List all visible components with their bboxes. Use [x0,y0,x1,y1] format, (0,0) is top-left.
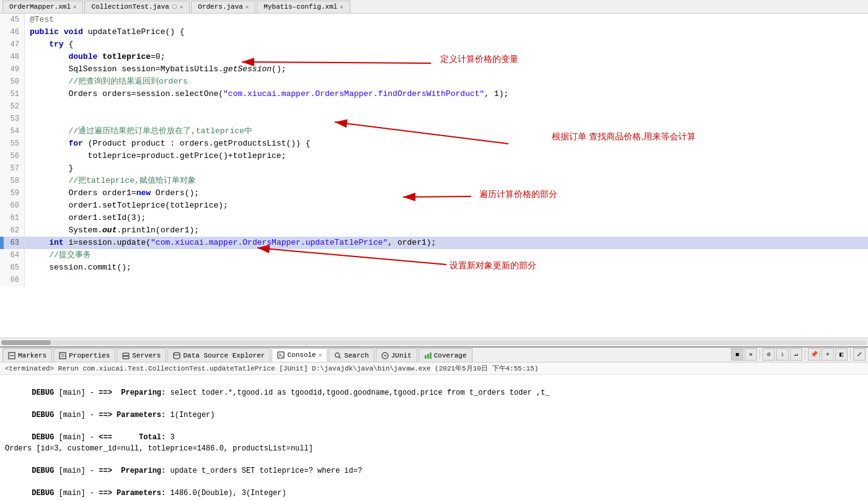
line-number: 64 [0,249,25,261]
stop-button[interactable]: ■ [731,348,743,361]
bottom-panel: Markers Properties Servers Data Source E… [0,346,868,499]
line-number: 59 [0,187,25,200]
svg-rect-21 [430,353,432,359]
code-text: public void updateTatlePrice() { [25,26,185,38]
code-text: } [25,162,73,175]
tab-label: Console [287,351,316,359]
close-icon[interactable]: ✕ [73,4,76,11]
line-number: 47 [0,38,25,51]
code-line: 61 order1.setId(3); [0,212,868,224]
pin-button[interactable]: 📌 [808,348,820,361]
code-line: 56 totleprice=product.getPrice()+totlepr… [0,150,868,162]
tab-label: CollectionTest.java [91,3,169,11]
tab-label: JUnit [391,352,412,359]
coverage-icon [424,352,432,359]
code-line: 49 SqlSession session=MybatisUtils.getSe… [0,63,868,76]
code-text: order1.setId(3); [25,212,146,224]
code-line: 48 double totleprice=0; [0,51,868,63]
tab-orders[interactable]: Orders.java ✕ [191,1,255,13]
line-number: 52 [0,100,25,113]
tab-coverage[interactable]: Coverage [418,348,472,362]
toolbar-sep2 [805,349,805,359]
code-text: //提交事务 [25,249,91,261]
tab-junit[interactable]: JUnit [376,348,417,362]
word-wrap-button[interactable]: ↵ [790,348,802,361]
tab-ordermapper[interactable]: OrderMapper.xml ✕ [2,1,83,13]
tab-mybatisconfig[interactable]: Mybatis-config.xml ✕ [257,1,350,13]
code-line: 66 [0,274,868,286]
search-icon [334,352,342,359]
code-line: 47 try { [0,38,868,51]
debug-text: DEBUG [32,411,54,419]
remove-button[interactable]: ✕ [745,348,757,361]
tab-label: Markers [18,352,46,359]
tab-servers[interactable]: Servers [117,348,166,362]
code-text: //把tatleprice,赋值给订单对象 [25,175,196,187]
close-icon[interactable]: ✕ [246,4,249,11]
console-line-6: DEBUG [main] - ==> Parameters: 1486.0(Do… [5,476,863,499]
console-icon [277,351,285,359]
toolbar-sep [760,349,760,359]
close-icon[interactable]: ✕ [340,4,343,11]
new-console-button[interactable]: + [822,348,834,361]
line-number: 49 [0,63,25,76]
code-line: 57 } [0,162,868,175]
tab-datasource[interactable]: Data Source Explorer [167,348,270,362]
line-number: 48 [0,51,25,63]
console-line-4: Orders [id=3, customer_id=null, totlepri… [5,443,863,454]
code-line: 53 [0,113,868,125]
scrollbar-track[interactable] [1,340,867,345]
tab-properties[interactable]: Properties [53,348,115,362]
display-selected-button[interactable]: ◧ [835,348,848,361]
svg-rect-20 [427,354,429,359]
code-line: 65 session.commit(); [0,261,868,274]
code-content: 45 @Test 46 public void updateTatlePrice… [0,14,868,286]
code-text: Orders order1=new Orders(); [25,187,199,200]
tab-label: Servers [132,352,161,359]
code-text: SqlSession session=MybatisUtils.getSessi… [25,63,286,76]
line-number: 56 [0,150,25,162]
console-line-2: DEBUG [main] - ==> Parameters: 1(Integer… [5,398,863,421]
tab-search[interactable]: Search [329,348,374,362]
line-number: 61 [0,212,25,224]
tab-markers[interactable]: Markers [2,348,52,362]
tab-collectiontest[interactable]: CollectionTest.java ⬡ ✕ [84,1,190,13]
code-line: 51 Orders orders=session.selectOne("com.… [0,88,868,100]
annotation-2: 根据订单 查找商品价格,用来等会计算 [552,131,696,143]
code-area: 45 @Test 46 public void updateTatlePrice… [0,14,868,346]
line-number: 58 [0,175,25,187]
code-text [25,113,35,125]
code-line: 54 //通过遍历结果把订单总价放在了,tatleprice中 [0,125,868,138]
code-text: int i=session.update("com.xiucai.mapper.… [25,237,436,249]
close-icon[interactable]: ✕ [319,352,322,359]
line-number: 60 [0,200,25,212]
scrollbar-thumb[interactable] [1,340,51,345]
scroll-lock-button[interactable]: ⇩ [776,348,789,361]
modified-indicator: ⬡ [172,3,177,11]
line-number: 53 [0,113,25,125]
line-number: 66 [0,274,25,286]
line-number: 54 [0,125,25,138]
debug-text: DEBUG [32,388,54,397]
tab-console[interactable]: Console ✕ [272,348,327,362]
server-icon [122,352,130,359]
svg-point-12 [174,353,180,355]
tab-label: OrderMapper.xml [9,3,71,11]
code-text: Orders orders=session.selectOne("com.xiu… [25,88,508,100]
svg-rect-7 [60,353,66,359]
debug-text: DEBUG [32,489,54,498]
code-line: 45 @Test [0,14,868,26]
debug-text: DEBUG [32,467,54,475]
console-line-7: DEBUG [main] - <== Updates: 1 [5,499,863,499]
console-line-1: DEBUG [main] - ==> Preparing: select tod… [5,376,863,398]
tab-bar: OrderMapper.xml ✕ CollectionTest.java ⬡ … [0,0,868,14]
code-line: 55 for (Product product : orders.getProd… [0,138,868,150]
code-line-highlighted: 63 int i=session.update("com.xiucai.mapp… [0,237,868,249]
close-icon[interactable]: ✕ [180,4,183,11]
clear-console-button[interactable]: ⊘ [763,348,775,361]
annotation-1: 定义计算价格的变量 [440,54,518,65]
maximize-button[interactable]: ⤢ [853,348,866,361]
code-line: 52 [0,100,868,113]
svg-rect-19 [425,355,427,359]
code-scrollbar[interactable] [0,338,868,346]
